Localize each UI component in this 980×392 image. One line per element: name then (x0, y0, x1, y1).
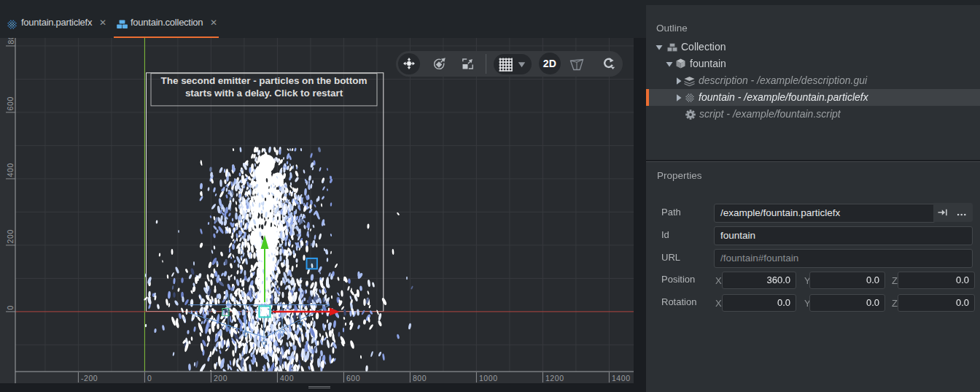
svg-text:2D: 2D (543, 58, 556, 69)
svg-text:400: 400 (7, 163, 15, 177)
svg-text:800: 800 (7, 38, 15, 44)
svg-text:400: 400 (280, 374, 294, 383)
svg-text:-200: -200 (81, 374, 98, 383)
svg-text:800: 800 (413, 374, 427, 383)
svg-text:0: 0 (147, 374, 152, 383)
svg-text:1000: 1000 (479, 374, 498, 383)
svg-text:1400: 1400 (612, 374, 631, 383)
svg-text:600: 600 (346, 374, 360, 383)
svg-text:The second emitter - particles: The second emitter - particles on the bo… (161, 75, 368, 86)
svg-text:600: 600 (7, 96, 15, 110)
svg-text:1200: 1200 (545, 374, 564, 383)
svg-text:200: 200 (214, 374, 228, 383)
svg-text:0: 0 (7, 305, 15, 310)
svg-text:starts with a delay. Click to: starts with a delay. Click to restart (185, 88, 343, 99)
svg-text:200: 200 (7, 229, 15, 243)
